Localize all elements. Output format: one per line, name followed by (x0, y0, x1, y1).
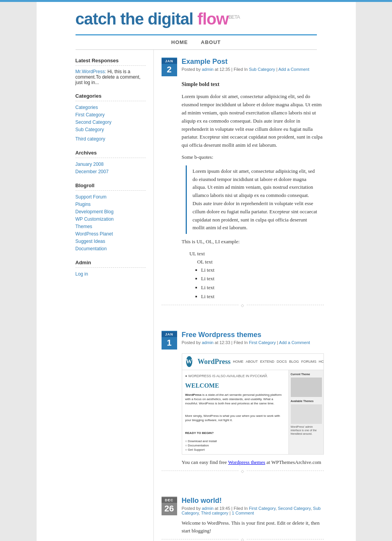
post-category-link[interactable]: Sub Category (249, 67, 275, 72)
blogroll-support[interactable]: Support Forum (76, 194, 107, 200)
wp-welcome-heading: WELCOME (185, 381, 285, 391)
list-item: Li text (201, 266, 324, 274)
post-author-link-3[interactable]: admin (202, 506, 213, 511)
wp-nav-links: HOME ABOUT EXTEND DOCS BLOG FORUMS HOSTI… (233, 359, 323, 364)
category-link-second[interactable]: Second Category (76, 119, 112, 125)
post-title-link[interactable]: Example Post (182, 58, 228, 65)
nav-home[interactable]: HOME (171, 39, 188, 45)
post-example: JAN 2 Example Post Posted by admin at 12… (162, 58, 324, 323)
nav-about[interactable]: ABOUT (201, 39, 221, 45)
add-comment-link-2[interactable]: Add a Comment (279, 340, 310, 345)
wp-ready-label: READY TO BEGIN? (185, 431, 285, 435)
blogroll-plugins[interactable]: Plugins (76, 202, 91, 207)
list-item: WP Customization (76, 216, 146, 222)
admin-login[interactable]: Log in (76, 271, 88, 277)
main-content: JAN 2 Example Post Posted by admin at 12… (153, 50, 324, 541)
list-item: December 2007 (76, 169, 146, 175)
admin-section: Admin Log in (76, 260, 146, 277)
post-blockquote: Lorem ipsum dolor sit amet, consectetur … (186, 165, 324, 234)
wordpress-screenshot: W WordPress HOME ABOUT EXTEND DOCS BLOG … (182, 353, 324, 455)
list-item: Development Blog (76, 209, 146, 215)
categories-section: Categories Categories First Category Sec… (76, 93, 146, 142)
post-meta-3: Posted by admin at 19:45 | Filed In Firs… (182, 506, 324, 515)
category-link-sub[interactable]: Sub Category (76, 127, 104, 132)
post-header-2: JAN 1 Free Wordpress themes Posted by ad… (162, 331, 324, 350)
category-link-third[interactable]: Third category (76, 136, 105, 142)
blogroll-wp-customization[interactable]: WP Customization (76, 216, 114, 222)
post-lorem: Lorem ipsum dolor sit amet, consectetur … (182, 93, 324, 149)
blogroll-themes[interactable]: Themes (76, 224, 92, 229)
response-author: Mr.WordPress: (76, 69, 106, 74)
wp-description: WordPress is a state-of-the-art semantic… (185, 393, 285, 452)
post-category-link-2[interactable]: First Category (249, 340, 276, 345)
category-link-categories[interactable]: Categories (76, 105, 98, 110)
post-month: JAN (162, 58, 177, 64)
post-cat-first[interactable]: First Category (249, 506, 275, 511)
category-link-first[interactable]: First Category (76, 112, 105, 118)
post-wp-themes-text: You can easy find free Wordpress themes … (182, 458, 324, 467)
archive-jan-2008[interactable]: January 2008 (76, 162, 104, 167)
response-author-link[interactable]: Mr.WordPress: (76, 69, 106, 74)
post-cat-third[interactable]: Third category (201, 511, 228, 515)
posted-by-label-2: Posted by (182, 340, 202, 345)
post-body-3: Welcome to WordPress. This is your first… (182, 519, 324, 536)
post-time: at 12:35 | Filed In (213, 67, 249, 72)
categories-title: Categories (76, 93, 146, 101)
post-divider-2 (162, 471, 324, 477)
date-box-dec26: DEC 26 (162, 497, 177, 515)
wp-main: ● WORDPRESS IS ALSO AVAILABLE IN РУССКИЙ… (182, 370, 288, 455)
li-list: Li text Li text Li text Li text (201, 266, 324, 301)
blogroll-section: Blogroll Support Forum Plugins Developme… (76, 183, 146, 252)
date-box-jan2: JAN 2 (162, 58, 177, 76)
blogroll-dev-blog[interactable]: Development Blog (76, 209, 114, 214)
post-time-2: at 12:33 | Filed In (213, 340, 249, 345)
date-box-jan1: JAN 1 (162, 331, 177, 350)
latest-responses-section: Latest Responses Mr.WordPress: Hi, this … (76, 58, 146, 85)
list-item: Li text (201, 293, 324, 301)
list-item: Support Forum (76, 194, 146, 200)
post-divider-3 (162, 539, 324, 541)
blogroll-wp-planet[interactable]: WordPress Planet (76, 231, 113, 237)
post-title-link-2[interactable]: Free Wordpress themes (182, 331, 262, 339)
wp-theme-caption: WordPress' admin interface is one of the… (291, 425, 322, 436)
post-cat-second[interactable]: Second Category (278, 506, 311, 511)
admin-title: Admin (76, 260, 146, 268)
wp-sidebar-right: Current Theme Available Themes WordPress… (288, 370, 323, 455)
post-header: JAN 2 Example Post Posted by admin at 12… (162, 58, 324, 76)
wp-theme-preview (291, 378, 322, 397)
wp-logo-area: W WordPress HOME ABOUT EXTEND DOCS BLOG … (182, 354, 323, 370)
archives-title: Archives (76, 150, 146, 158)
add-comment-link[interactable]: Add a Comment (278, 67, 309, 72)
blogroll-documentation[interactable]: Documentation (76, 246, 107, 251)
post-author-link-2[interactable]: admin (202, 340, 213, 345)
post-divider (162, 305, 324, 311)
post-title-3: Hello world! (182, 497, 324, 505)
meta-sep-3d: | (229, 511, 232, 515)
page-wrapper: catch the digital flowBETA HOME ABOUT La… (37, 2, 356, 541)
wordpress-themes-link[interactable]: Wordpress themes (228, 459, 265, 465)
site-title-flow: flow (197, 10, 229, 28)
wp-nav-forums: FORUMS (301, 359, 316, 364)
wp-theme-thumb (291, 404, 322, 424)
post-title-area-3: Hello world! Posted by admin at 19:45 | … (182, 497, 324, 515)
list-item: Documentation (76, 246, 146, 252)
blogroll-list: Support Forum Plugins Development Blog W… (76, 194, 146, 252)
main-nav: HOME ABOUT (76, 35, 317, 50)
wp-nav-blog: BLOG (289, 359, 299, 364)
wp-nav-docs: DOCS (277, 359, 287, 364)
post-title-area: Example Post Posted by admin at 12:35 | … (182, 58, 309, 72)
comment-count-link[interactable]: 1 Comment (232, 511, 254, 515)
post-body: Simple bold text Lorem ipsum dolor sit a… (182, 80, 324, 301)
post-title-2: Free Wordpress themes (182, 331, 310, 339)
post-title-link-3[interactable]: Hello world! (182, 497, 222, 504)
post-author-link[interactable]: admin (202, 67, 213, 72)
content-wrap: Latest Responses Mr.WordPress: Hi, this … (37, 50, 356, 541)
list-item: First Category (76, 112, 146, 118)
post-meta: Posted by admin at 12:35 | Filed In Sub … (182, 67, 309, 72)
blogroll-suggest-ideas[interactable]: Suggest Ideas (76, 239, 105, 244)
post-hello-text: Welcome to WordPress. This is your first… (182, 519, 324, 536)
wp-logo-text: WordPress (198, 356, 231, 367)
ul-text: UL text (190, 250, 324, 258)
post-time-3: at 19:45 | Filed In (213, 506, 249, 511)
archive-dec-2007[interactable]: December 2007 (76, 169, 109, 174)
